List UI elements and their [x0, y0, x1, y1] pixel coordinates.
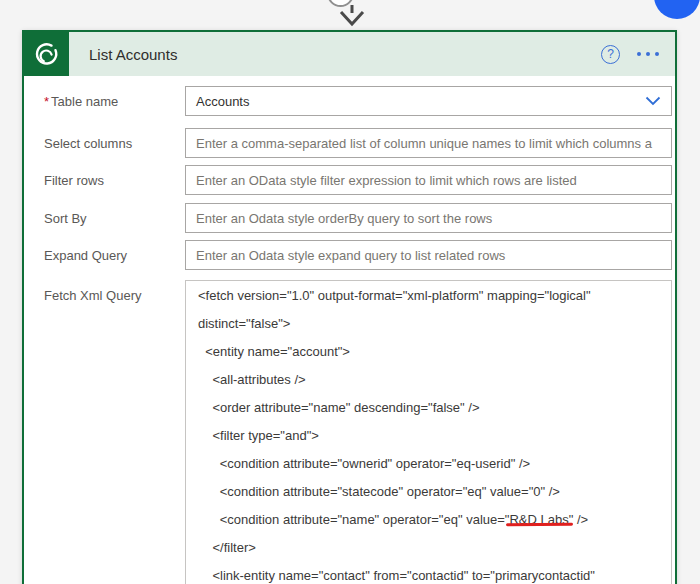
form-row-expand-query: Expand Query [26, 240, 672, 270]
fetch-xml-input[interactable]: <fetch version="1.0" output-format="xml-… [185, 280, 672, 584]
sort-by-label: Sort By [26, 211, 185, 226]
expand-query-label: Expand Query [26, 248, 185, 263]
form-row-select-columns: Select columns [26, 128, 672, 158]
form-row-filter-rows: Filter rows [26, 165, 672, 195]
table-name-label: *Table name [26, 94, 185, 109]
arrow-down-icon [337, 5, 367, 28]
select-columns-label: Select columns [26, 136, 185, 151]
select-columns-input[interactable] [185, 128, 672, 158]
code-line: <condition attribute="statecode" operato… [198, 478, 659, 506]
help-icon[interactable]: ? [601, 45, 620, 64]
floating-assistant-button[interactable] [654, 0, 700, 19]
table-name-value: Accounts [196, 94, 645, 109]
form-row-fetch-xml: Fetch Xml Query <fetch version="1.0" out… [26, 280, 672, 584]
code-line: <filter type="and"> [198, 422, 659, 450]
code-line: <entity name="account"> [198, 338, 659, 366]
fetch-xml-label: Fetch Xml Query [26, 280, 185, 303]
red-underline-annotation: R&D Labs [509, 512, 568, 527]
code-line: distinct="false"> [198, 310, 659, 338]
code-line: <link-entity name="contact" from="contac… [198, 562, 659, 584]
connector-icon-box [24, 32, 69, 76]
action-card-header[interactable]: List Accounts ? [24, 32, 675, 76]
code-line: <condition attribute="ownerid" operator=… [198, 450, 659, 478]
code-line: <condition attribute="name" operator="eq… [198, 506, 659, 534]
form-row-sort-by: Sort By [26, 203, 672, 233]
expand-query-input[interactable] [185, 240, 672, 270]
action-title: List Accounts [89, 46, 177, 63]
action-card-list-accounts: List Accounts ? *Table name Accounts Sel… [22, 30, 677, 584]
chevron-down-icon [645, 96, 661, 106]
form-row-table-name: *Table name Accounts [26, 86, 672, 116]
code-line: <order attribute="name" descending="fals… [198, 394, 659, 422]
filter-rows-input[interactable] [185, 165, 672, 195]
action-card-body: *Table name Accounts Select columns Filt… [24, 76, 675, 584]
sort-by-input[interactable] [185, 203, 672, 233]
code-line: <all-attributes /> [198, 366, 659, 394]
dataverse-swirl-icon [34, 41, 60, 67]
required-asterisk: * [44, 94, 49, 109]
filter-rows-label: Filter rows [26, 173, 185, 188]
code-line: <fetch version="1.0" output-format="xml-… [198, 282, 659, 310]
code-line: </filter> [198, 534, 659, 562]
ellipsis-menu-icon[interactable] [637, 48, 659, 60]
table-name-dropdown[interactable]: Accounts [185, 86, 672, 116]
